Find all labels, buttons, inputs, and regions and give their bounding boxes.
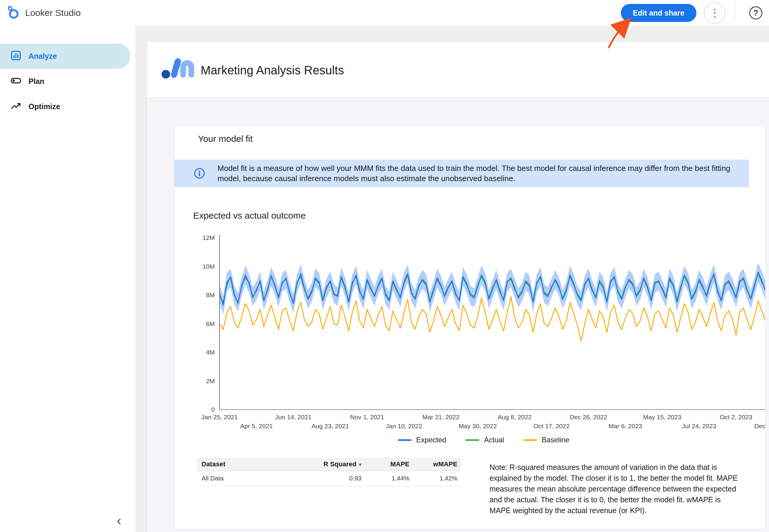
app-title: Looker Studio xyxy=(25,8,81,18)
sidebar-item-optimize[interactable]: Optimize xyxy=(0,94,130,119)
svg-text:0: 0 xyxy=(211,406,215,413)
svg-text:Aug 8, 2022: Aug 8, 2022 xyxy=(498,414,531,420)
sidebar-item-label: Analyze xyxy=(28,52,57,61)
card-title: Your model fit xyxy=(198,134,253,144)
help-button[interactable]: ? xyxy=(749,6,762,19)
svg-text:12M: 12M xyxy=(202,234,215,241)
table-cell-dataset: All Data xyxy=(197,471,297,486)
brand: Looker Studio xyxy=(7,5,81,21)
svg-text:6M: 6M xyxy=(206,320,215,327)
info-banner: Model fit is a measure of how well your … xyxy=(175,160,749,187)
sidebar-item-analyze[interactable]: Analyze xyxy=(0,43,130,69)
looker-studio-app: Looker Studio Edit and share ⋮ ? xyxy=(0,0,769,532)
chart-title: Expected vs actual outcome xyxy=(193,211,306,221)
svg-text:Nov 1, 2021: Nov 1, 2021 xyxy=(350,414,384,420)
table-header-wmape[interactable]: wMAPE xyxy=(413,458,461,471)
svg-text:Aug 23, 2021: Aug 23, 2021 xyxy=(312,423,349,429)
svg-text:Dec 11, 2023: Dec 11, 2023 xyxy=(754,423,765,429)
expected-vs-actual-chart: 02M4M6M8M10M12MJan 25, 2021Apr 5, 2021Ju… xyxy=(175,227,765,440)
report-canvas: Marketing Analysis Results Your model fi… xyxy=(135,26,769,532)
svg-text:10M: 10M xyxy=(202,263,215,270)
chevron-left-icon xyxy=(114,516,124,528)
top-bar: Looker Studio Edit and share ⋮ ? xyxy=(0,0,769,26)
table-row: All Data 0.93 1.44% 1.42% xyxy=(197,471,461,486)
sidebar-item-label: Optimize xyxy=(28,102,60,111)
table-header-mape[interactable]: MAPE xyxy=(365,458,413,471)
analyze-chart-icon xyxy=(10,49,22,63)
sidebar-item-label: Plan xyxy=(28,77,44,86)
svg-text:Mar 6, 2023: Mar 6, 2023 xyxy=(609,423,642,429)
note-text: Note: R-squared measures the amount of v… xyxy=(489,458,738,516)
help-icon: ? xyxy=(749,6,762,19)
plan-toggle-icon xyxy=(10,75,22,88)
report-page: Marketing Analysis Results Your model fi… xyxy=(147,42,769,532)
svg-text:Oct 17, 2022: Oct 17, 2022 xyxy=(534,423,570,429)
meridian-logo-icon xyxy=(161,54,195,80)
header-divider xyxy=(735,5,736,21)
svg-text:Dec 26, 2022: Dec 26, 2022 xyxy=(570,414,607,420)
legend-item-actual: Actual xyxy=(465,436,504,444)
optimize-trending-up-icon xyxy=(10,100,22,113)
legend-label: Baseline xyxy=(542,436,569,444)
svg-text:8M: 8M xyxy=(206,291,215,298)
legend-item-expected: Expected xyxy=(398,436,446,444)
svg-text:May 15, 2023: May 15, 2023 xyxy=(643,414,681,420)
legend-swatch-baseline xyxy=(523,439,537,441)
info-banner-text: Model fit is a measure of how well your … xyxy=(217,163,749,184)
edit-and-share-button[interactable]: Edit and share xyxy=(621,4,696,22)
svg-text:Jan 10, 2022: Jan 10, 2022 xyxy=(386,423,422,429)
model-fit-stats-row: Dataset R Squared▾ MAPE wMAPE All Data 0… xyxy=(197,458,738,516)
more-options-button[interactable]: ⋮ xyxy=(704,2,726,24)
table-cell-mape: 1.44% xyxy=(365,471,413,486)
table-cell-wmape: 1.42% xyxy=(413,471,461,486)
legend-item-baseline: Baseline xyxy=(523,436,569,444)
svg-text:May 30, 2022: May 30, 2022 xyxy=(459,423,497,429)
chart-legend: Expected Actual Baseline xyxy=(220,436,747,444)
legend-label: Actual xyxy=(484,436,504,444)
legend-swatch-expected xyxy=(398,439,411,441)
svg-text:4M: 4M xyxy=(206,349,215,356)
header-actions: Edit and share ⋮ ? xyxy=(621,2,765,24)
sidebar: Analyze Plan Optimize xyxy=(0,26,135,532)
legend-label: Expected xyxy=(416,436,446,444)
legend-swatch-actual xyxy=(465,439,479,441)
report-body: Your model fit Model fit is a measure of… xyxy=(147,98,769,532)
svg-text:Jul 24, 2023: Jul 24, 2023 xyxy=(682,423,716,429)
report-title: Marketing Analysis Results xyxy=(201,64,344,77)
info-icon xyxy=(193,167,205,179)
looker-logo-icon xyxy=(7,5,20,21)
svg-text:Jun 14, 2021: Jun 14, 2021 xyxy=(275,414,311,420)
table-header-dataset[interactable]: Dataset xyxy=(197,458,297,471)
sidebar-collapse-button[interactable] xyxy=(112,515,126,529)
table-cell-r-squared: 0.93 xyxy=(297,471,365,486)
svg-text:Jan 25, 2021: Jan 25, 2021 xyxy=(201,414,238,420)
svg-text:Oct 2, 2023: Oct 2, 2023 xyxy=(720,414,753,420)
table-header-row: Dataset R Squared▾ MAPE wMAPE xyxy=(197,458,461,471)
sort-arrow-icon: ▾ xyxy=(359,462,361,468)
more-options-icon: ⋮ xyxy=(709,7,720,18)
table-header-r-squared[interactable]: R Squared▾ xyxy=(297,458,365,471)
sidebar-item-plan[interactable]: Plan xyxy=(0,69,130,94)
outcome-line-chart: 02M4M6M8M10M12MJan 25, 2021Apr 5, 2021Ju… xyxy=(175,227,765,440)
model-fit-card: Your model fit Model fit is a measure of… xyxy=(174,125,765,529)
svg-text:2M: 2M xyxy=(206,378,215,384)
svg-text:Apr 5, 2021: Apr 5, 2021 xyxy=(240,423,273,429)
svg-text:Mar 21, 2022: Mar 21, 2022 xyxy=(422,414,459,420)
model-fit-table: Dataset R Squared▾ MAPE wMAPE All Data 0… xyxy=(197,458,461,486)
